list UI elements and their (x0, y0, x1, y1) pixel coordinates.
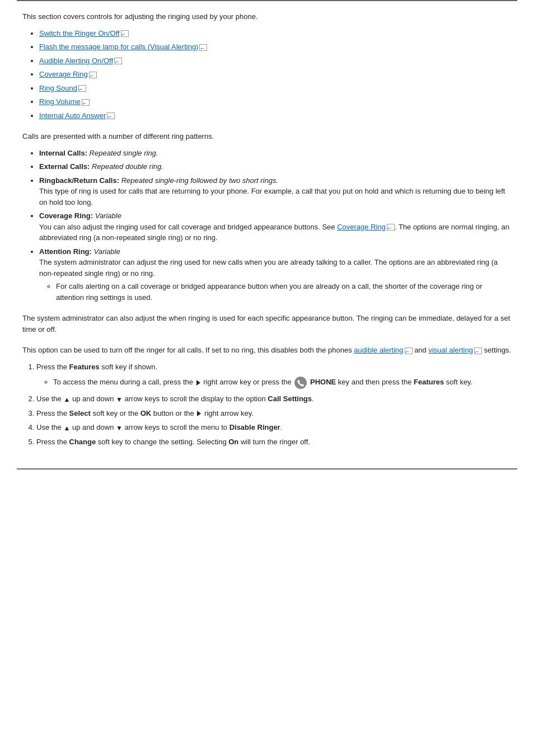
down-arrow-icon-2: ▼ (116, 423, 123, 433)
step-2-mid: up and down (70, 395, 116, 403)
anchor-icon (199, 44, 207, 51)
anchor-icon (107, 112, 115, 119)
step-1-sublist: To access the menu during a call, press … (53, 377, 512, 389)
step-1-features-bold: Features (414, 378, 444, 386)
step-3-ok: OK (140, 409, 152, 417)
step-5-on: On (228, 438, 238, 446)
anchor-icon (474, 348, 482, 354)
step-1-phone-label: PHONE (310, 378, 336, 386)
external-calls-label: External Calls: (39, 162, 90, 171)
step-5-change: Change (69, 438, 96, 446)
step-2-bold: Call Settings (268, 395, 312, 403)
attention-ring-sub-text: For calls alerting on a call coverage or… (56, 282, 483, 302)
step-4-pre: Use the (36, 423, 63, 431)
list-item: Audible Alerting On/Off (39, 55, 512, 67)
list-item: Coverage Ring: Variable You can also adj… (39, 210, 512, 243)
page-container: This section covers controls for adjusti… (0, 0, 534, 469)
step-2-pre: Use the (36, 395, 63, 403)
step-1-sub-end: soft key. (444, 378, 472, 386)
anchor-icon (78, 85, 86, 92)
attention-ring-sublist: For calls alerting on a call coverage or… (56, 281, 512, 303)
list-item: Switch the Ringer On/Off (39, 28, 512, 39)
flash-lamp-link[interactable]: Flash the message lamp for calls (Visual… (39, 43, 198, 51)
ringback-detail: This type of ring is used for calls that… (39, 187, 505, 206)
ringback-label: Ringback/Return Calls: (39, 176, 119, 185)
bottom-rule (17, 468, 517, 469)
coverage-ring-inline-link[interactable]: Coverage Ring (337, 223, 386, 231)
coverage-ring-text: Variable (95, 212, 121, 220)
internal-calls-text: Repeated single ring. (90, 149, 158, 157)
down-arrow-icon: ▼ (116, 395, 123, 405)
step-5-pre: Press the (36, 438, 69, 446)
ringback-text: Repeated single-ring followed by two sho… (121, 176, 278, 185)
step-5: Press the Change soft key to change the … (36, 436, 512, 448)
list-item: Ring Sound (39, 83, 512, 94)
phone-icon (294, 377, 307, 389)
step-3-select: Select (69, 409, 91, 417)
ring-volume-link[interactable]: Ring Volume (39, 97, 81, 106)
attention-ring-detail: The system administrator can adjust the … (39, 258, 498, 278)
toc-list: Switch the Ringer On/Off Flash the messa… (39, 28, 512, 121)
step-2-post: arrow keys to scroll the display to the … (123, 395, 268, 403)
step-3-end: right arrow key. (202, 409, 254, 417)
step-5-mid: soft key to change the setting. Selectin… (96, 438, 228, 446)
anchor-icon (121, 30, 129, 37)
intro-text: This section covers controls for adjusti… (22, 11, 512, 22)
step-2: Use the ▲ up and down ▼ arrow keys to sc… (36, 393, 512, 405)
list-item: For calls alerting on a call coverage or… (56, 281, 512, 303)
switch-ringer-intro-post: settings. (482, 346, 511, 354)
anchor-icon (82, 99, 90, 106)
anchor-icon (89, 72, 97, 78)
list-item: Flash the message lamp for calls (Visual… (39, 41, 512, 53)
step-1-pre: Press the (36, 363, 69, 371)
step-3-post: button or the (151, 409, 196, 417)
ring-sound-link[interactable]: Ring Sound (39, 84, 77, 92)
step-1-sub-mid: right arrow key or press the (202, 378, 294, 386)
step-4-end: . (280, 423, 283, 431)
coverage-ring-label: Coverage Ring: (39, 212, 93, 220)
content: This section covers controls for adjusti… (0, 1, 534, 468)
list-item: Coverage Ring (39, 69, 512, 80)
switch-ringer-intro-pre: This option can be used to turn off the … (22, 346, 354, 354)
ring-patterns-list: Internal Calls: Repeated single ring. Ex… (39, 148, 512, 303)
external-calls-text: Repeated double ring. (92, 162, 163, 171)
switch-ringer-intro: This option can be used to turn off the … (22, 345, 512, 356)
coverage-ring-detail-pre: You can also adjust the ringing used for… (39, 223, 337, 231)
attention-ring-label: Attention Ring: (39, 247, 92, 256)
step-1-post: soft key if shown. (100, 363, 157, 371)
anchor-icon (405, 348, 413, 354)
list-item: Attention Ring: Variable The system admi… (39, 246, 512, 303)
list-item: To access the menu during a call, press … (53, 377, 512, 389)
step-5-post: will turn the ringer off. (238, 438, 310, 446)
attention-ring-text: Variable (94, 247, 120, 256)
up-arrow-icon-2: ▲ (63, 423, 70, 433)
switch-ringer-intro-and: and (413, 346, 429, 354)
step-4-mid: up and down (70, 423, 116, 431)
internal-auto-answer-link[interactable]: Internal Auto Answer (39, 111, 106, 120)
up-arrow-icon: ▲ (63, 395, 70, 405)
right-arrow-icon (196, 380, 200, 386)
step-3-pre: Press the (36, 409, 69, 417)
list-item: Ring Volume (39, 96, 512, 107)
coverage-ring-link[interactable]: Coverage Ring (39, 70, 88, 78)
list-item: External Calls: Repeated double ring. (39, 161, 512, 172)
visual-alerting-inline-link[interactable]: visual alerting (428, 346, 473, 354)
system-admin-note: The system administrator can also adjust… (22, 313, 512, 335)
step-2-end: . (312, 395, 314, 403)
step-1-sub-pre: To access the menu during a call, press … (53, 378, 195, 386)
right-arrow-icon-2 (197, 411, 201, 416)
switch-ringer-link[interactable]: Switch the Ringer On/Off (39, 29, 120, 37)
step-4-bold: Disable Ringer (229, 423, 280, 431)
step-1-sub-post: key and then press the (336, 378, 414, 386)
audible-alerting-link[interactable]: Audible Alerting On/Off (39, 57, 113, 65)
steps-list: Press the Features soft key if shown. To… (36, 361, 512, 448)
step-3-mid: soft key or the (91, 409, 140, 417)
audible-alerting-inline-link[interactable]: audible alerting (354, 346, 403, 354)
list-item: Internal Calls: Repeated single ring. (39, 148, 512, 159)
list-item: Ringback/Return Calls: Repeated single-r… (39, 175, 512, 208)
phone-svg (297, 379, 305, 387)
step-1-bold: Features (69, 363, 100, 371)
ring-patterns-intro: Calls are presented with a number of dif… (22, 131, 512, 142)
step-3: Press the Select soft key or the OK butt… (36, 408, 512, 419)
step-1: Press the Features soft key if shown. To… (36, 361, 512, 389)
